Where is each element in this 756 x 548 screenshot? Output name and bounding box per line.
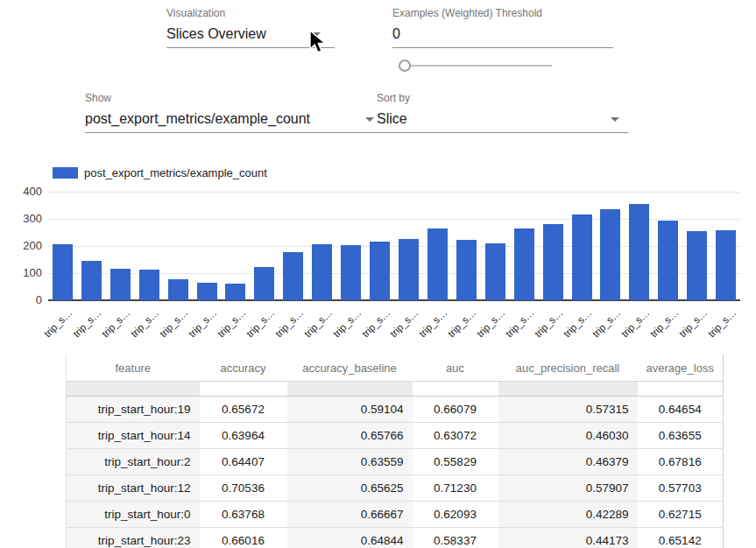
sort-by-dropdown[interactable]: Slice xyxy=(377,109,628,133)
x-tick-label: trip_s… xyxy=(129,307,161,340)
x-tick-label: trip_s… xyxy=(475,307,507,340)
bar-10[interactable] xyxy=(341,245,361,300)
bar-11[interactable] xyxy=(370,242,390,300)
bar-6[interactable] xyxy=(225,284,245,300)
bar-7[interactable] xyxy=(254,267,274,300)
show-dropdown[interactable]: post_export_metrics/example_count xyxy=(85,109,383,133)
y-tick-label: 400 xyxy=(0,185,42,198)
feature-cell: trip_start_hour:14 xyxy=(67,423,200,449)
metric-cell: 0.65142 xyxy=(638,528,724,548)
column-header-auc_precision_recall[interactable]: auc_precision_recall xyxy=(498,355,638,382)
metric-cell: 0.62715 xyxy=(638,502,724,528)
column-header-accuracy[interactable]: accuracy xyxy=(200,355,287,382)
table-row: trip_start_hour:190.656720.591040.660790… xyxy=(67,397,724,423)
sort-by-control: Sort by Slice xyxy=(377,92,628,133)
x-tick-label: trip_s… xyxy=(273,307,306,340)
x-tick-label: trip_s… xyxy=(331,307,364,340)
metric-cell: 0.58337 xyxy=(413,528,498,548)
bar-4[interactable] xyxy=(168,279,188,300)
bar-slot xyxy=(597,192,625,300)
metric-cell: 0.64407 xyxy=(200,449,287,475)
metric-cell: 0.66016 xyxy=(200,528,287,548)
bar-slot xyxy=(481,192,510,300)
bar-slot xyxy=(654,192,682,300)
bar-2[interactable] xyxy=(110,269,131,300)
bar-8[interactable] xyxy=(283,252,303,300)
sort-by-label: Sort by xyxy=(377,92,628,104)
bar-12[interactable] xyxy=(399,239,419,300)
metric-cell: 0.67816 xyxy=(638,449,724,475)
chevron-down-icon[interactable] xyxy=(611,117,619,122)
filter-cell xyxy=(413,382,498,397)
chevron-down-icon[interactable] xyxy=(365,117,374,122)
visualization-control: Visualization Slices Overview xyxy=(166,7,335,48)
bar-14[interactable] xyxy=(456,240,477,300)
bar-slot xyxy=(307,192,336,300)
bar-16[interactable] xyxy=(514,228,534,300)
metric-cell: 0.57703 xyxy=(638,475,724,502)
threshold-input[interactable] xyxy=(392,25,613,48)
bar-13[interactable] xyxy=(427,228,448,300)
x-tick-label: trip_s… xyxy=(590,307,623,340)
bar-3[interactable] xyxy=(139,270,159,300)
feature-cell: trip_start_hour:19 xyxy=(67,397,200,423)
x-tick-label: trip_s… xyxy=(677,307,710,340)
x-tick-label: trip_s… xyxy=(648,307,681,340)
bar-slot xyxy=(682,192,711,300)
column-header-accuracy_baseline[interactable]: accuracy_baseline xyxy=(287,355,413,382)
feature-cell: trip_start_hour:0 xyxy=(67,502,200,528)
bar-slot xyxy=(77,192,106,300)
metric-cell: 0.55829 xyxy=(413,449,498,475)
threshold-control: Examples (Weighted) Threshold xyxy=(392,7,613,48)
bar-22[interactable] xyxy=(687,231,707,300)
metric-cell: 0.59104 xyxy=(287,397,413,423)
filter-cell xyxy=(287,382,413,397)
metric-cell: 0.46379 xyxy=(498,449,638,475)
bar-slot xyxy=(336,192,365,300)
bar-19[interactable] xyxy=(600,209,620,300)
table-row: trip_start_hour:20.644070.635590.558290.… xyxy=(67,449,724,475)
bar-slot xyxy=(394,192,423,300)
column-header-auc[interactable]: auc xyxy=(413,355,498,382)
x-tick-label: trip_s… xyxy=(100,307,132,340)
column-header-average_loss[interactable]: average_loss xyxy=(638,355,724,382)
metric-cell: 0.63768 xyxy=(200,502,287,528)
legend-swatch xyxy=(53,167,78,179)
bar-slot xyxy=(711,192,740,300)
feature-cell: trip_start_hour:12 xyxy=(67,475,200,502)
metric-cell: 0.42289 xyxy=(498,502,638,528)
column-header-feature[interactable]: feature xyxy=(67,355,200,382)
bar-slot xyxy=(279,192,307,300)
chevron-down-icon[interactable] xyxy=(312,32,321,37)
bar-23[interactable] xyxy=(716,230,736,300)
x-tick-label: trip_s… xyxy=(71,307,103,340)
slider-knob[interactable] xyxy=(399,60,411,72)
x-tick-label: trip_s… xyxy=(42,307,74,340)
visualization-dropdown[interactable]: Slices Overview xyxy=(166,25,335,48)
feature-cell: trip_start_hour:23 xyxy=(67,528,200,548)
bar-series xyxy=(48,192,740,300)
x-tick-label: trip_s… xyxy=(187,307,219,340)
bar-18[interactable] xyxy=(572,214,592,300)
metric-cell: 0.44173 xyxy=(498,528,638,548)
threshold-slider[interactable] xyxy=(399,60,552,72)
metric-cell: 0.63964 xyxy=(200,423,287,449)
bar-0[interactable] xyxy=(53,244,73,300)
metric-cell: 0.57907 xyxy=(498,475,638,502)
metrics-table: featureaccuracyaccuracy_baselineaucauc_p… xyxy=(66,355,723,548)
bar-1[interactable] xyxy=(81,261,102,300)
bar-20[interactable] xyxy=(629,204,649,300)
x-axis-labels: trip_s…trip_s…trip_s…trip_s…trip_s…trip_… xyxy=(0,300,756,341)
bar-17[interactable] xyxy=(543,224,563,300)
table-row: trip_start_hour:00.637680.666670.620930.… xyxy=(67,502,724,528)
bar-15[interactable] xyxy=(485,243,505,300)
bar-5[interactable] xyxy=(197,283,217,300)
metric-cell: 0.65766 xyxy=(287,423,413,449)
x-tick-label: trip_s… xyxy=(360,307,392,340)
bar-21[interactable] xyxy=(658,221,678,300)
y-tick-label: 200 xyxy=(0,239,42,252)
bar-9[interactable] xyxy=(312,244,332,300)
x-tick-label: trip_s… xyxy=(388,307,420,340)
slider-track[interactable] xyxy=(399,65,552,67)
metric-cell: 0.66667 xyxy=(287,502,413,528)
